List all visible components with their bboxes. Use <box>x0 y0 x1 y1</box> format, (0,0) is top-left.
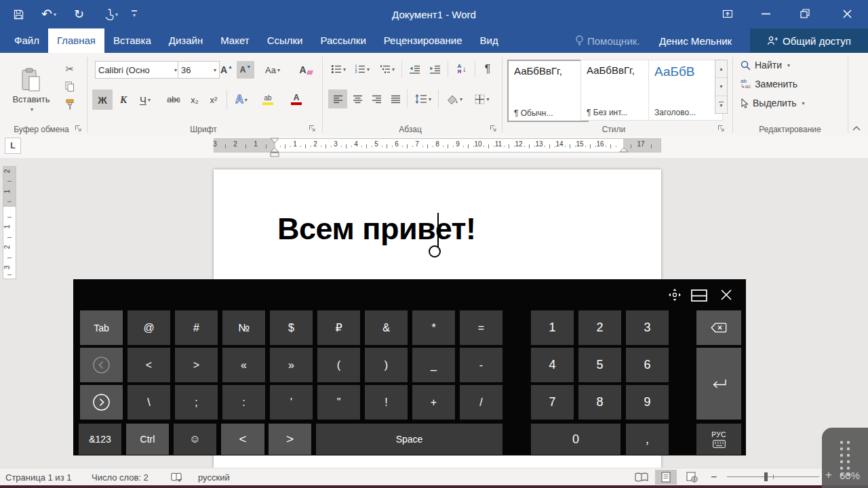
bold-button[interactable]: Ж <box>92 89 113 110</box>
sort-button[interactable]: АЯ ↓ <box>452 61 472 77</box>
tab-главная[interactable]: Главная <box>48 28 104 53</box>
key-semicolon[interactable]: ; <box>175 385 218 420</box>
left-indent-marker[interactable] <box>270 152 279 157</box>
tab-дизайн[interactable]: Дизайн <box>160 28 212 53</box>
italic-button[interactable]: К <box>115 89 132 110</box>
multilevel-list-button[interactable]: ▾ <box>376 61 399 77</box>
decrease-indent-button[interactable] <box>406 61 423 77</box>
align-left-button[interactable] <box>328 89 347 108</box>
redo-icon[interactable]: ↻ <box>70 4 88 24</box>
font-size-combo[interactable]: 36▾ <box>178 61 220 79</box>
word-count[interactable]: Число слов: 2 <box>92 468 149 486</box>
touch-mode-caret-icon[interactable]: ▾ <box>115 12 118 18</box>
key-cursor-right[interactable]: > <box>269 424 311 455</box>
style-card-heading[interactable]: АаБбВ Заголово... <box>648 60 723 121</box>
language-status[interactable]: русский <box>198 468 230 486</box>
tell-me-assistant[interactable]: Помощник. <box>575 28 640 53</box>
increase-indent-button[interactable] <box>426 61 443 77</box>
customize-qat-icon[interactable]: ▾ <box>127 4 141 24</box>
key-1[interactable]: 1 <box>531 310 574 345</box>
web-layout-icon[interactable] <box>681 470 703 485</box>
tab-макет[interactable]: Макет <box>212 28 258 53</box>
key-7[interactable]: 7 <box>531 385 574 420</box>
key-enter[interactable] <box>696 348 741 420</box>
document-text[interactable]: Всем привет! <box>277 211 476 247</box>
key-plus[interactable]: + <box>412 385 455 420</box>
styles-gallery-scrollbar[interactable]: ▲ ▼ ▼ <box>715 60 728 114</box>
clipboard-dialog-launcher-icon[interactable] <box>75 125 84 134</box>
superscript-button[interactable]: x² <box>205 89 222 110</box>
styles-dialog-launcher-icon[interactable] <box>717 125 727 134</box>
ribbon-display-options-icon[interactable] <box>716 4 739 23</box>
zoom-out-button[interactable]: − <box>711 468 717 486</box>
format-painter-icon[interactable] <box>61 98 79 111</box>
highlight-color-button[interactable]: ab <box>255 89 281 110</box>
key-symbols[interactable]: &123 <box>79 424 121 455</box>
key-backslash[interactable]: \ <box>127 385 170 420</box>
close-icon[interactable] <box>835 4 859 23</box>
tab-файл[interactable]: Файл <box>5 28 48 53</box>
key-8[interactable]: 8 <box>578 385 621 420</box>
key-close-paren[interactable]: ) <box>365 348 408 382</box>
font-name-combo[interactable]: Calibri (Осно▾ <box>95 61 180 79</box>
undo-caret-icon[interactable]: ▾ <box>54 12 56 18</box>
key-left-guillemet[interactable]: « <box>222 348 265 382</box>
save-icon[interactable] <box>9 4 28 24</box>
style-card-normal[interactable]: АаБбВвГг, ¶ Обычн... <box>507 60 589 122</box>
key-space[interactable]: Space <box>316 424 502 455</box>
key-emoji[interactable]: ☺ <box>174 424 216 455</box>
key-less-than[interactable]: < <box>127 348 170 382</box>
key-nav-back[interactable] <box>80 348 123 382</box>
styles-scroll-down-icon[interactable]: ▼ <box>715 78 727 96</box>
touch-cursor-handle[interactable] <box>429 245 441 258</box>
key-tab[interactable]: Tab <box>80 310 123 345</box>
strikethrough-button[interactable]: abc <box>163 89 184 110</box>
key-asterisk[interactable]: * <box>412 310 455 345</box>
align-right-button[interactable] <box>368 89 385 108</box>
clear-formatting-button[interactable]: А <box>296 61 316 79</box>
key-4[interactable]: 4 <box>531 348 574 382</box>
key-layout-rus[interactable]: РУС <box>696 424 741 455</box>
key-9[interactable]: 9 <box>626 385 669 420</box>
tab-stop-selector[interactable]: L <box>5 138 21 154</box>
close-keyboard-icon[interactable] <box>716 286 736 304</box>
justify-button[interactable] <box>387 89 404 108</box>
key-nav-forward[interactable] <box>80 385 123 420</box>
align-center-button[interactable] <box>349 89 366 108</box>
change-case-button[interactable]: Aa▾ <box>260 61 285 79</box>
select-button[interactable]: Выделить ▾ <box>741 98 805 108</box>
tab-рецензирование[interactable]: Рецензирование <box>375 28 471 53</box>
key-ctrl[interactable]: Ctrl <box>126 424 169 455</box>
key-3[interactable]: 3 <box>626 310 669 345</box>
key-hyphen[interactable]: - <box>460 348 502 382</box>
key-5[interactable]: 5 <box>578 348 621 382</box>
key-equals[interactable]: = <box>460 310 502 345</box>
right-indent-marker[interactable] <box>619 147 629 152</box>
key-ampersand[interactable]: & <box>365 310 408 345</box>
account-name[interactable]: Денис Мельник <box>659 28 732 53</box>
hanging-indent-marker[interactable] <box>270 147 279 152</box>
cut-icon[interactable]: ✂ <box>61 62 79 76</box>
key-0[interactable]: 0 <box>531 424 620 455</box>
key-dollar[interactable]: $ <box>270 310 313 345</box>
styles-scroll-up-icon[interactable]: ▲ <box>715 60 727 78</box>
find-button[interactable]: Найти ▾ <box>741 60 790 70</box>
shrink-font-button[interactable]: А▼ <box>237 61 254 79</box>
replace-button[interactable]: ab↳ac Заменить <box>741 79 797 89</box>
text-effects-button[interactable]: А▾ <box>231 89 252 110</box>
show-marks-button[interactable]: ¶ <box>479 61 496 77</box>
underline-button[interactable]: Ч▾ <box>133 89 157 110</box>
key-apostrophe[interactable]: ' <box>270 385 313 420</box>
key-slash[interactable]: / <box>460 385 502 420</box>
key-open-paren[interactable]: ( <box>317 348 360 382</box>
tab-вид[interactable]: Вид <box>471 28 507 53</box>
key-greater-than[interactable]: > <box>175 348 218 382</box>
key-comma[interactable]: , <box>626 424 669 455</box>
numbering-button[interactable]: 123 ▾ <box>351 61 373 77</box>
style-card-no-spacing[interactable]: АаБбВвГг, ¶ Без инт... <box>580 60 656 121</box>
key-hash[interactable]: # <box>175 310 218 345</box>
move-keyboard-icon[interactable] <box>665 286 685 304</box>
key-6[interactable]: 6 <box>626 348 669 382</box>
proofing-status-icon[interactable] <box>171 468 183 486</box>
line-spacing-button[interactable]: ▾ <box>411 89 435 108</box>
